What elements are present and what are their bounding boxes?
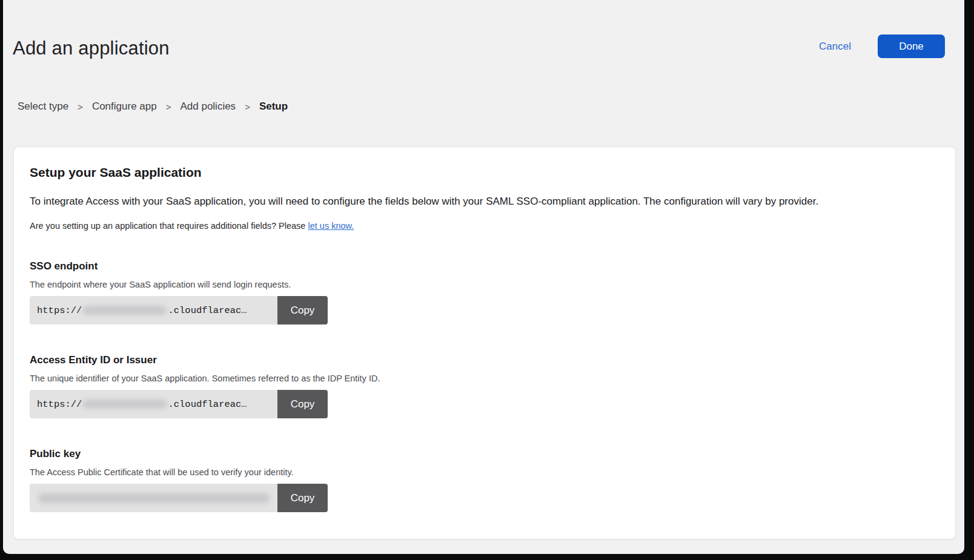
cancel-button[interactable]: Cancel xyxy=(819,41,851,53)
breadcrumb-step-add-policies[interactable]: Add policies xyxy=(180,100,236,113)
field-label: Public key xyxy=(30,447,937,461)
redacted-text xyxy=(38,493,270,503)
page-title: Add an application xyxy=(13,38,170,59)
header-actions: Cancel Done xyxy=(819,35,945,58)
sso-endpoint-value: https://.cloudflareac… xyxy=(30,296,277,324)
let-us-know-link[interactable]: let us know. xyxy=(308,221,354,231)
card-intro: To integrate Access with your SaaS appli… xyxy=(30,194,937,209)
setup-card: Setup your SaaS application To integrate… xyxy=(13,147,956,539)
field-description: The unique identifier of your SaaS appli… xyxy=(30,372,937,384)
breadcrumb-step-configure-app[interactable]: Configure app xyxy=(92,100,157,113)
redacted-text xyxy=(83,306,167,315)
breadcrumb-separator: > xyxy=(157,102,181,112)
card-note: Are you setting up an application that r… xyxy=(30,220,937,232)
field-group-sso-endpoint: SSO endpoint The endpoint where your Saa… xyxy=(30,260,937,324)
field-label: Access Entity ID or Issuer xyxy=(30,354,937,367)
breadcrumb-step-setup: Setup xyxy=(259,100,288,113)
breadcrumb-separator: > xyxy=(68,102,92,112)
copy-button[interactable]: Copy xyxy=(277,296,328,324)
field-description: The endpoint where your SaaS application… xyxy=(30,278,937,291)
field-group-public-key: Public key The Access Public Certificate… xyxy=(30,447,937,512)
breadcrumb-step-select-type[interactable]: Select type xyxy=(18,100,68,113)
value-prefix: https:// xyxy=(37,305,82,316)
page: Add an application Cancel Done Select ty… xyxy=(3,0,964,554)
redacted-text xyxy=(83,400,167,409)
entity-id-value-row: https://.cloudflareac… Copy xyxy=(30,390,328,418)
value-prefix: https:// xyxy=(37,399,82,410)
field-description: The Access Public Certificate that will … xyxy=(30,466,937,478)
field-group-entity-id: Access Entity ID or Issuer The unique id… xyxy=(30,354,937,418)
breadcrumb: Select type > Configure app > Add polici… xyxy=(18,100,288,113)
note-text: Are you setting up an application that r… xyxy=(30,221,308,231)
value-suffix: .cloudflareac… xyxy=(168,399,247,410)
copy-button[interactable]: Copy xyxy=(277,390,328,418)
copy-button[interactable]: Copy xyxy=(277,484,328,512)
breadcrumb-separator: > xyxy=(236,102,259,112)
entity-id-value: https://.cloudflareac… xyxy=(30,390,277,418)
value-suffix: .cloudflareac… xyxy=(168,305,247,316)
sso-endpoint-value-row: https://.cloudflareac… Copy xyxy=(30,296,328,324)
done-button[interactable]: Done xyxy=(878,35,945,58)
field-label: SSO endpoint xyxy=(30,260,937,273)
public-key-value-row: Copy xyxy=(30,484,328,512)
public-key-value xyxy=(30,484,277,512)
card-heading: Setup your SaaS application xyxy=(30,164,937,181)
